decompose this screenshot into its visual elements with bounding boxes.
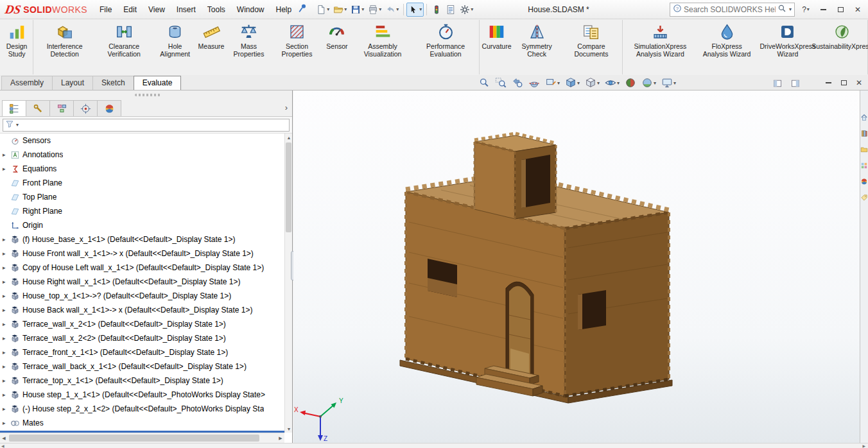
ribbon-assembly-visualization[interactable]: Assembly Visualization — [352, 20, 413, 60]
expand-arrow-icon[interactable]: ▸ — [3, 363, 10, 370]
ribbon-compare-documents[interactable]: Compare Documents — [561, 20, 621, 60]
tab-evaluate[interactable]: Evaluate — [134, 76, 182, 90]
tree-item-front-plane[interactable]: Front Plane — [0, 176, 284, 190]
3d-drawing-view-button[interactable]: ▾ — [543, 76, 562, 90]
ribbon-sensor[interactable]: Sensor — [322, 20, 352, 52]
hide-show-items-button[interactable]: ▾ — [603, 76, 621, 90]
tree-item-house-step-1-x-1-1-default-default-photoworks-di[interactable]: ▸House step_1_x_1<1> (Default<<Default>_… — [0, 388, 284, 402]
scroll-left-button[interactable]: ◀ — [1, 444, 4, 448]
tree-item-f-house-base-x-1-1-default-default-display-state[interactable]: ▸(f) House_base_x_1<1> (Default<<Default… — [0, 232, 284, 246]
tree-item-house-back-wall-x-1-1-x-default-default-display-[interactable]: ▸House Back wall_x_1<1>-> x (Default<<De… — [0, 303, 284, 317]
tree-item-terrace-wall-x-2-1-default-default-display-state[interactable]: ▸Terrace_wall_x_2<1> (Default<<Default>_… — [0, 317, 284, 331]
view-orientation-button[interactable]: ▾ — [563, 76, 582, 90]
scroll-left-button[interactable]: ◀ — [0, 435, 8, 442]
previous-view-button[interactable] — [510, 76, 525, 90]
ribbon-driveworksxpress-wizard[interactable]: DriveWorksXpress Wizard — [758, 20, 818, 60]
menu-tools[interactable]: Tools — [202, 0, 231, 19]
close-button[interactable]: ✕ — [851, 3, 864, 16]
ribbon-mass-properties[interactable]: Mass Properties — [226, 20, 272, 60]
tree-item-terrace-wall-x-2-2-default-default-display-state[interactable]: ▸Terrace_wall_x_2<2> (Default<<Default>_… — [0, 331, 284, 345]
tree-item-terrace-wall-back-x-1-1-default-default-display-[interactable]: ▸Terrace_wall_back_x_1<1> (Default<<Defa… — [0, 359, 284, 374]
tab-sketch[interactable]: Sketch — [92, 76, 134, 90]
apply-scene-button[interactable]: ▾ — [639, 76, 658, 90]
search-icon[interactable] — [777, 4, 786, 15]
ribbon-sustainabilityxpress[interactable]: SustainabilityXpress — [818, 20, 866, 52]
scroll-right-button[interactable]: ▶ — [277, 435, 284, 442]
undo-button[interactable]: ▾ — [383, 3, 401, 17]
expand-arrow-icon[interactable]: ▸ — [3, 236, 10, 243]
tree-filter-input[interactable]: ▾ — [3, 119, 290, 132]
expand-arrow-icon[interactable]: ▸ — [3, 377, 10, 384]
scroll-right-button[interactable]: ▶ — [862, 444, 865, 448]
design-library-button[interactable] — [860, 130, 868, 137]
edit-appearance-button[interactable] — [623, 76, 638, 90]
expand-arrow-icon[interactable]: ▸ — [3, 335, 10, 341]
scroll-up-button[interactable]: ▲ — [285, 134, 293, 141]
expand-arrow-icon[interactable]: ▸ — [3, 392, 10, 398]
horizontal-scrollbar-thumb[interactable] — [9, 435, 259, 442]
graphics-viewport[interactable]: X Y Z — [293, 90, 860, 443]
options-button[interactable]: ▾ — [458, 3, 475, 17]
tree-item-house-front-wall-x-1-1-x-default-default-display[interactable]: ▸House Front wall_x_1<1>-> x (Default<<D… — [0, 246, 284, 261]
custom-properties-button[interactable] — [860, 194, 868, 202]
select-button[interactable]: ▾ — [406, 3, 424, 17]
ribbon-interference-detection[interactable]: Interference Detection — [35, 20, 94, 60]
view-palette-button[interactable] — [860, 162, 868, 169]
panel-tab-propertymanager[interactable] — [26, 100, 50, 116]
close-document-button[interactable]: ✕ — [853, 76, 865, 89]
ribbon-hole-alignment[interactable]: Hole Alignment — [153, 20, 196, 60]
panel-resize-handle[interactable] — [135, 94, 161, 96]
ribbon-design-study[interactable]: Design Study — [2, 20, 31, 60]
ribbon-floxpress-analysis-wizard[interactable]: FloXpress Analysis Wizard — [696, 20, 757, 60]
new-document-button[interactable]: ▾ — [314, 3, 331, 17]
appearances-scenes-button[interactable] — [860, 178, 868, 185]
tree-item-origin[interactable]: Origin — [0, 218, 284, 232]
file-properties-button[interactable] — [444, 3, 458, 17]
tab-layout[interactable]: Layout — [52, 76, 93, 90]
expand-arrow-icon[interactable]: ▸ — [3, 264, 10, 271]
panel-tab-dimxpertmanager[interactable] — [73, 100, 98, 116]
print-button[interactable]: ▾ — [366, 3, 383, 17]
vertical-scrollbar-thumb[interactable] — [286, 142, 291, 232]
view-settings-button[interactable]: ▾ — [659, 76, 678, 90]
help-search-box[interactable]: ? ▾ — [670, 3, 795, 17]
expand-arrow-icon[interactable]: ▸ — [3, 250, 10, 257]
ribbon-clearance-verification[interactable]: Clearance Verification — [94, 20, 153, 60]
dropdown-caret[interactable]: ▾ — [789, 6, 792, 12]
tree-vertical-scrollbar[interactable]: ▲ ▼ — [284, 134, 292, 433]
tree-item-annotations[interactable]: ▸Annotations — [0, 148, 284, 162]
section-view-button[interactable] — [526, 76, 542, 90]
zoom-to-area-button[interactable] — [493, 76, 508, 90]
solidworks-resources-button[interactable] — [860, 114, 868, 121]
restore-document-button[interactable] — [837, 76, 850, 89]
expand-arrow-icon[interactable]: ▸ — [3, 293, 10, 299]
expand-arrow-icon[interactable]: ▸ — [3, 349, 10, 356]
pane-left-button[interactable] — [770, 77, 785, 90]
tree-item-terrace-front-x-1-1-default-default-display-stat[interactable]: ▸Terrace_front_x_1<1> (Default<<Default>… — [0, 345, 284, 359]
ribbon-curvature[interactable]: Curvature — [481, 20, 512, 52]
file-explorer-button[interactable] — [860, 146, 868, 153]
expand-arrow-icon[interactable]: ▸ — [3, 166, 10, 172]
ribbon-performance-evaluation[interactable]: Performance Evaluation — [413, 20, 478, 60]
display-style-button[interactable]: ▾ — [583, 76, 602, 90]
open-button[interactable]: ▾ — [331, 3, 349, 17]
ribbon-symmetry-check[interactable]: Symmetry Check — [512, 20, 562, 60]
menu-window[interactable]: Window — [231, 0, 270, 19]
house-3d-model[interactable] — [293, 90, 860, 443]
dropdown-caret[interactable]: ▾ — [16, 122, 19, 128]
panel-tab-configurationmanager[interactable] — [49, 100, 74, 116]
panel-flyout-arrow[interactable]: › — [285, 103, 288, 112]
panel-tab-displaymanager[interactable] — [97, 100, 121, 116]
zoom-to-fit-button[interactable] — [476, 76, 492, 90]
panel-tab-featuremanager[interactable] — [2, 100, 26, 116]
scroll-down-button[interactable]: ▼ — [285, 425, 293, 433]
orientation-triad[interactable]: X Y Z — [293, 390, 347, 443]
expand-arrow-icon[interactable]: ▸ — [3, 279, 10, 285]
menu-file[interactable]: File — [94, 0, 117, 19]
minimize-button[interactable] — [817, 3, 829, 16]
bottom-scrollbar[interactable]: ◀ ▶ — [0, 443, 868, 448]
menu-view[interactable]: View — [143, 0, 171, 19]
maximize-button[interactable] — [834, 3, 847, 16]
tree-item-right-plane[interactable]: Right Plane — [0, 204, 284, 218]
save-button[interactable]: ▾ — [349, 3, 366, 17]
